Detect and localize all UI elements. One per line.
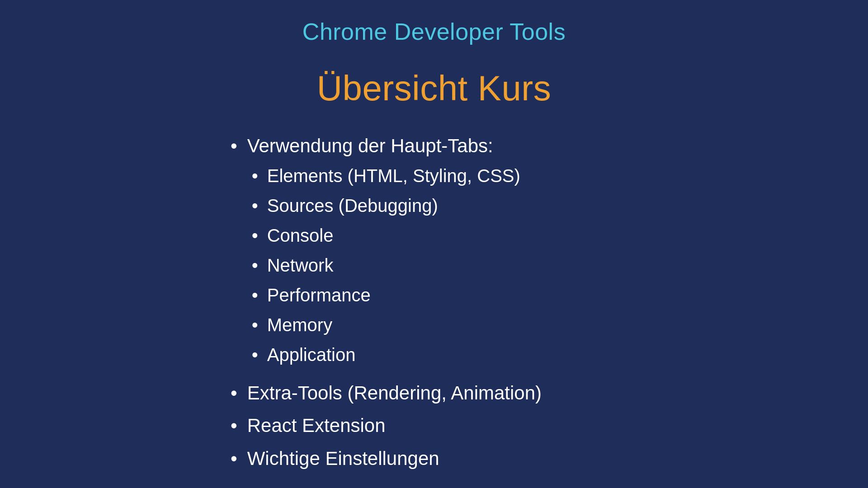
slide-container: Chrome Developer Tools Übersicht Kurs Ve…: [0, 0, 868, 488]
list-item-3: React Extension: [231, 413, 637, 438]
sub-list-item-memory: Memory: [252, 313, 520, 337]
list-item-1: Verwendung der Haupt-Tabs: Elements (HTM…: [231, 134, 637, 373]
list-item-4-label: Wichtige Einstellungen: [247, 446, 439, 471]
list-item-4: Wichtige Einstellungen: [231, 446, 637, 471]
content-list: Verwendung der Haupt-Tabs: Elements (HTM…: [231, 134, 637, 479]
list-item-2: Extra-Tools (Rendering, Animation): [231, 381, 637, 406]
sub-list-item-network: Network: [252, 253, 520, 277]
sub-list-item-console: Console: [252, 224, 520, 247]
slide-title: Chrome Developer Tools: [302, 18, 566, 45]
sub-list-1: Elements (HTML, Styling, CSS) Sources (D…: [252, 164, 520, 366]
list-item-3-label: React Extension: [247, 413, 386, 438]
list-item-1-label: Verwendung der Haupt-Tabs:: [247, 135, 493, 156]
sub-list-item-elements: Elements (HTML, Styling, CSS): [252, 164, 520, 188]
sub-list-item-performance: Performance: [252, 283, 520, 307]
sub-list-item-application: Application: [252, 343, 520, 366]
sub-list-item-sources: Sources (Debugging): [252, 194, 520, 217]
slide-subtitle: Übersicht Kurs: [317, 68, 552, 109]
list-item-2-label: Extra-Tools (Rendering, Animation): [247, 381, 542, 406]
